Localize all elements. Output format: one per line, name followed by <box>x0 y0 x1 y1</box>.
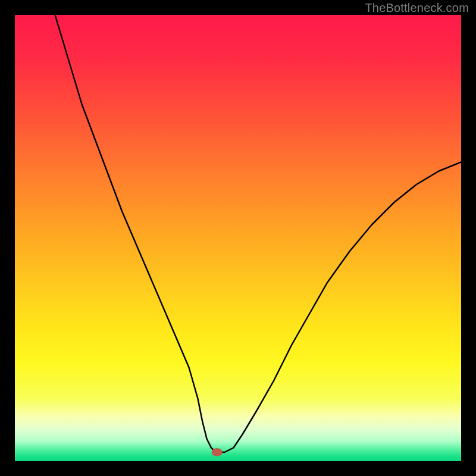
watermark-text: TheBottleneck.com <box>365 1 469 15</box>
plot-svg <box>15 15 461 461</box>
gradient-rect <box>15 15 461 461</box>
plot-area <box>15 15 461 461</box>
minimum-marker <box>212 448 223 456</box>
chart-frame: TheBottleneck.com <box>0 0 476 476</box>
